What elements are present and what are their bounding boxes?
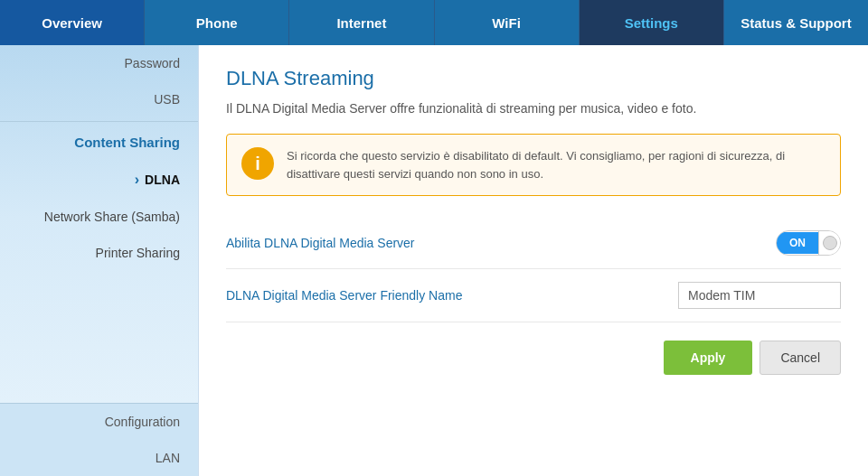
toggle-knob-circle [823,236,837,250]
sidebar: Password USB Content Sharing › DLNA Netw… [0,45,199,476]
sidebar-item-usb[interactable]: USB [0,81,198,117]
toggle-knob [818,231,840,255]
top-nav: Overview Phone Internet WiFi Settings St… [0,0,868,45]
chevron-right-icon: › [135,172,139,188]
sidebar-item-lan[interactable]: LAN [0,440,198,476]
friendly-name-row: DLNA Digital Media Server Friendly Name [226,269,841,322]
friendly-name-control [678,282,841,309]
sidebar-item-dlna[interactable]: › DLNA [0,161,198,199]
dlna-toggle-row: Abilita DLNA Digital Media Server ON [226,218,841,269]
nav-status-support[interactable]: Status & Support [724,0,868,45]
content-area: DLNA Streaming Il DLNA Digital Media Ser… [199,45,868,476]
friendly-name-label: DLNA Digital Media Server Friendly Name [226,288,678,303]
nav-internet[interactable]: Internet [289,0,434,45]
dlna-toggle-label: Abilita DLNA Digital Media Server [226,236,776,250]
nav-phone[interactable]: Phone [145,0,289,45]
sidebar-section-content-sharing[interactable]: Content Sharing [0,121,198,161]
sidebar-item-password[interactable]: Password [0,45,198,81]
nav-settings[interactable]: Settings [580,0,724,45]
button-row: Apply Cancel [226,341,841,375]
dlna-toggle-switch[interactable]: ON [776,230,841,256]
info-icon: i [241,147,274,180]
toggle-on-label: ON [777,232,818,254]
sidebar-item-configuration[interactable]: Configuration [0,404,198,440]
page-title: DLNA Streaming [226,67,841,90]
page-description: Il DLNA Digital Media Server offre funzi… [226,101,841,116]
sidebar-item-network-share[interactable]: Network Share (Samba) [0,199,198,235]
main-layout: Password USB Content Sharing › DLNA Netw… [0,45,868,476]
nav-wifi[interactable]: WiFi [435,0,580,45]
friendly-name-input[interactable] [678,282,841,309]
warning-box: i Si ricorda che questo servizio è disab… [226,134,841,196]
sidebar-item-printer-sharing[interactable]: Printer Sharing [0,235,198,271]
warning-text: Si ricorda che questo servizio è disabil… [287,147,826,182]
apply-button[interactable]: Apply [664,341,753,375]
dlna-toggle-control: ON [776,230,841,256]
cancel-button[interactable]: Cancel [760,341,841,375]
nav-overview[interactable]: Overview [0,0,145,45]
